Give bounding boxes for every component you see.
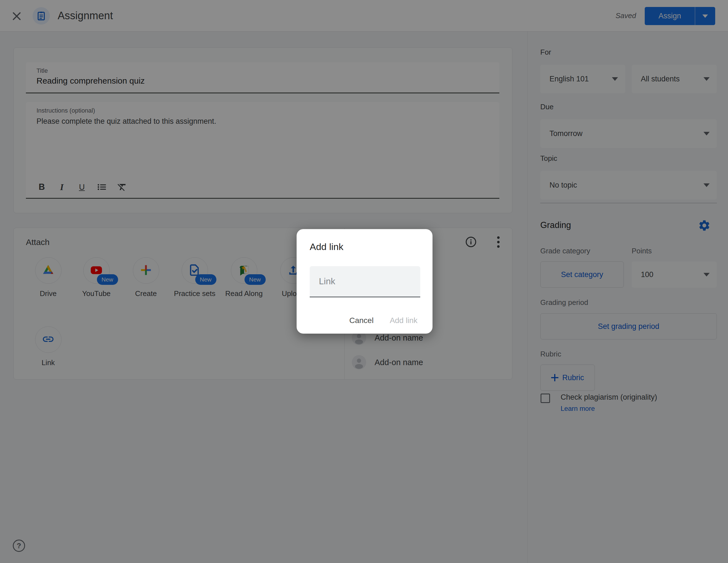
add-link-dialog: Add link Cancel Add link — [297, 229, 433, 334]
add-link-button[interactable]: Add link — [383, 313, 424, 328]
link-input[interactable] — [310, 266, 420, 298]
dialog-actions: Cancel Add link — [343, 313, 424, 328]
assignment-editor-page: Assignment Saved Assign Title Reading co… — [0, 0, 728, 563]
dialog-title: Add link — [310, 241, 343, 252]
cancel-button[interactable]: Cancel — [343, 313, 380, 328]
